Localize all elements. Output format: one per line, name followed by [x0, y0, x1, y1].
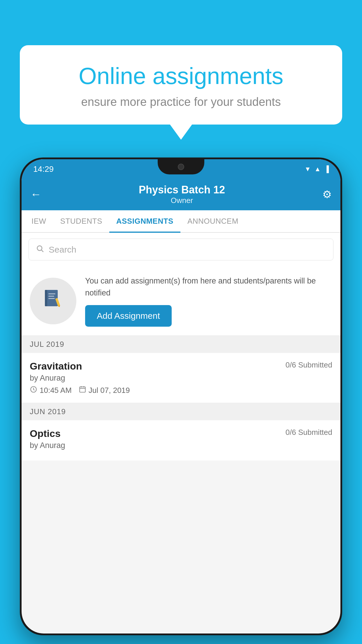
calendar-icon: [79, 386, 86, 395]
search-placeholder: Search: [49, 245, 76, 255]
back-button[interactable]: ←: [30, 188, 41, 201]
assignment-name-optics: Optics: [30, 428, 61, 439]
phone-inner: 14:29 ▼ ▲ ▐ ← Physics Batch 12 Owner ⚙ I…: [22, 159, 340, 634]
bubble-title: Online assignments: [40, 63, 322, 90]
promo-text: You can add assignment(s) from here and …: [85, 275, 332, 299]
status-icons: ▼ ▲ ▐: [305, 165, 329, 173]
svg-rect-6: [48, 296, 54, 297]
promo-section: You can add assignment(s) from here and …: [22, 266, 340, 336]
assignment-submitted-optics: 0/6 Submitted: [286, 428, 332, 437]
assignment-item-gravitation[interactable]: Gravitation 0/6 Submitted by Anurag 10:4…: [22, 353, 340, 403]
svg-point-0: [37, 246, 42, 251]
phone-frame: 14:29 ▼ ▲ ▐ ← Physics Batch 12 Owner ⚙ I…: [20, 158, 342, 635]
add-assignment-button[interactable]: Add Assignment: [85, 305, 172, 327]
tab-assignments[interactable]: ASSIGNMENTS: [109, 210, 180, 232]
speech-bubble-container: Online assignments ensure more practice …: [20, 45, 342, 125]
header-title: Physics Batch 12: [139, 184, 225, 196]
svg-rect-11: [80, 387, 85, 392]
assignment-row1-optics: Optics 0/6 Submitted: [30, 428, 332, 439]
header-title-block: Physics Batch 12 Owner: [139, 184, 225, 205]
tab-students[interactable]: STUDENTS: [53, 210, 109, 232]
camera-dot: [178, 164, 184, 170]
assignment-date: Jul 07, 2019: [79, 386, 130, 395]
assignment-time: 10:45 AM: [30, 386, 72, 395]
status-time: 14:29: [33, 164, 54, 174]
notch: [158, 159, 204, 174]
assignment-by: by Anurag: [30, 374, 332, 383]
svg-rect-4: [45, 290, 47, 306]
search-container: Search: [22, 233, 340, 266]
section-header-jul2019: JUL 2019: [22, 336, 340, 353]
assignment-date-value: Jul 07, 2019: [89, 386, 130, 395]
speech-bubble: Online assignments ensure more practice …: [20, 45, 342, 125]
status-bar: 14:29 ▼ ▲ ▐: [22, 159, 340, 179]
tab-overview[interactable]: IEW: [24, 210, 53, 232]
svg-rect-5: [48, 293, 55, 294]
svg-line-1: [41, 250, 43, 252]
assignment-name: Gravitation: [30, 360, 82, 372]
search-icon: [36, 244, 44, 255]
assignment-item-optics[interactable]: Optics 0/6 Submitted by Anurag: [22, 420, 340, 461]
assignment-submitted: 0/6 Submitted: [286, 360, 332, 370]
assignment-meta: 10:45 AM Jul 07, 2019: [30, 386, 332, 395]
assignment-time-value: 10:45 AM: [40, 386, 72, 395]
notebook-icon: [41, 287, 65, 315]
clock-icon: [30, 386, 37, 395]
section-header-jun2019: JUN 2019: [22, 403, 340, 420]
settings-icon[interactable]: ⚙: [322, 188, 332, 201]
search-input-wrapper[interactable]: Search: [29, 239, 333, 260]
promo-icon-circle: [30, 278, 76, 324]
battery-icon: ▐: [324, 165, 329, 173]
tabs-bar: IEW STUDENTS ASSIGNMENTS ANNOUNCEM: [22, 210, 340, 233]
bubble-subtitle: ensure more practice for your students: [40, 95, 322, 108]
promo-content: You can add assignment(s) from here and …: [85, 275, 332, 327]
assignment-by-optics: by Anurag: [30, 441, 332, 450]
wifi-icon: ▼: [305, 165, 311, 173]
tab-announcements[interactable]: ANNOUNCEM: [180, 210, 245, 232]
signal-bars-icon: ▲: [314, 165, 321, 173]
svg-rect-7: [48, 298, 55, 299]
assignment-row1: Gravitation 0/6 Submitted: [30, 360, 332, 372]
header-subtitle: Owner: [139, 196, 225, 205]
app-header: ← Physics Batch 12 Owner ⚙: [22, 179, 340, 210]
